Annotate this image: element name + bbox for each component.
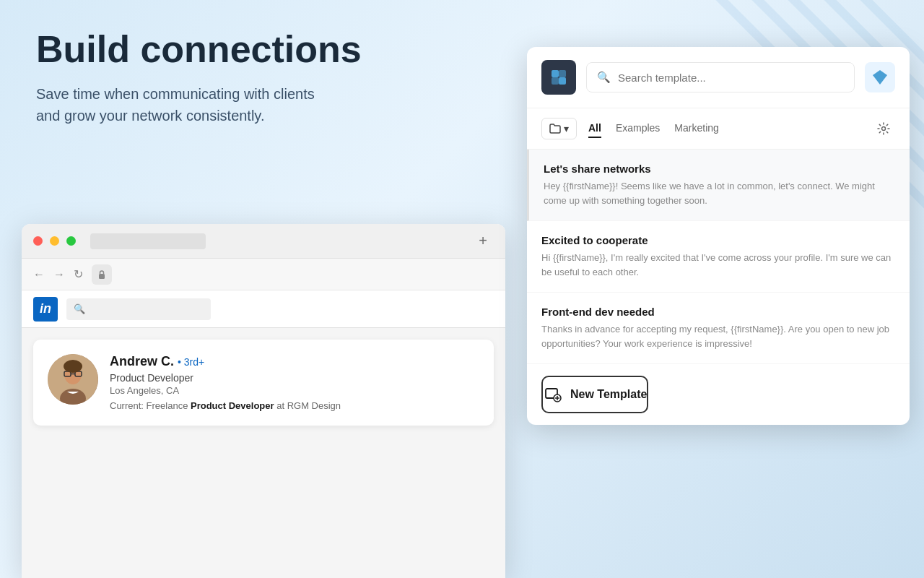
browser-mockup: + ← → ↻ in 🔍	[22, 224, 505, 578]
avatar	[48, 354, 98, 405]
new-template-label: New Template	[570, 388, 647, 401]
window-maximize-dot[interactable]	[66, 236, 76, 246]
lock-icon	[92, 264, 112, 285]
search-icon: 🔍	[597, 71, 611, 84]
forward-button[interactable]: →	[53, 268, 65, 281]
new-template-icon	[543, 384, 563, 405]
template-title: Front-end dev needed	[541, 306, 895, 318]
filter-examples[interactable]: Examples	[616, 119, 660, 138]
profile-degree: • 3rd+	[178, 356, 204, 368]
tab-bar	[90, 233, 206, 249]
template-body: Hey {{firstName}}! Seems like we have a …	[544, 179, 895, 207]
filter-tags: All Examples Marketing	[588, 119, 872, 138]
refresh-button[interactable]: ↻	[74, 267, 83, 281]
template-panel: 🔍 ▾ All Examples Marketing	[527, 47, 910, 425]
linkedin-logo: in	[33, 297, 58, 322]
svg-rect-13	[552, 70, 559, 77]
browser-navbar: ← → ↻	[22, 259, 505, 290]
filter-marketing[interactable]: Marketing	[674, 119, 718, 138]
template-item[interactable]: Let's share networks Hey {{firstName}}! …	[527, 150, 910, 221]
template-body: Thanks in advance for accepting my reque…	[541, 322, 895, 350]
hero-title: Build connections	[36, 29, 484, 70]
svg-rect-5	[99, 274, 105, 279]
browser-content: in 🔍	[22, 290, 505, 578]
profile-info: Andrew C. • 3rd+ Product Developer Los A…	[110, 354, 341, 411]
template-item[interactable]: Excited to cooperate Hi {{firstName}}, I…	[527, 221, 910, 293]
profile-location: Los Angeles, CA	[110, 385, 341, 396]
window-minimize-dot[interactable]	[50, 236, 59, 246]
filter-all[interactable]: All	[588, 119, 601, 138]
window-close-dot[interactable]	[33, 236, 43, 246]
panel-header: 🔍	[527, 47, 910, 108]
svg-rect-14	[559, 70, 566, 77]
templates-list: Let's share networks Hey {{firstName}}! …	[527, 150, 910, 364]
new-template-button[interactable]: New Template	[541, 376, 648, 413]
template-body: Hi {{firstName}}, I'm really excited tha…	[541, 251, 895, 279]
profile-current: Current: Freelance Product Developer at …	[110, 400, 341, 411]
profile-name: Andrew C. • 3rd+	[110, 354, 341, 369]
svg-point-18	[882, 127, 886, 131]
search-input[interactable]	[618, 72, 844, 84]
browser-topbar: +	[22, 224, 505, 259]
tab-area	[90, 233, 465, 249]
hero-subtitle: Save time when communicating with client…	[36, 83, 397, 126]
hero-section: Build connections Save time when communi…	[36, 29, 484, 126]
new-tab-button[interactable]: +	[472, 230, 494, 252]
svg-rect-15	[552, 77, 559, 85]
svg-marker-17	[873, 70, 887, 85]
profile-title: Product Developer	[110, 372, 341, 384]
template-title: Excited to cooperate	[541, 234, 895, 246]
linkedin-search-icon: 🔍	[74, 303, 85, 314]
template-item[interactable]: Front-end dev needed Thanks in advance f…	[527, 293, 910, 364]
folder-dropdown-icon: ▾	[564, 123, 569, 134]
premium-button[interactable]	[865, 62, 895, 92]
filter-bar: ▾ All Examples Marketing	[527, 108, 910, 150]
template-title: Let's share networks	[544, 163, 895, 175]
linkedin-search[interactable]: 🔍	[66, 298, 211, 320]
svg-rect-16	[559, 77, 566, 85]
template-search[interactable]: 🔍	[586, 62, 855, 92]
svg-point-11	[64, 360, 82, 373]
profile-card: Andrew C. • 3rd+ Product Developer Los A…	[33, 340, 494, 426]
linkedin-topbar: in 🔍	[22, 290, 505, 328]
panel-logo	[541, 60, 576, 95]
folder-button[interactable]: ▾	[541, 118, 577, 139]
back-button[interactable]: ←	[33, 268, 45, 281]
settings-button[interactable]	[872, 117, 895, 140]
